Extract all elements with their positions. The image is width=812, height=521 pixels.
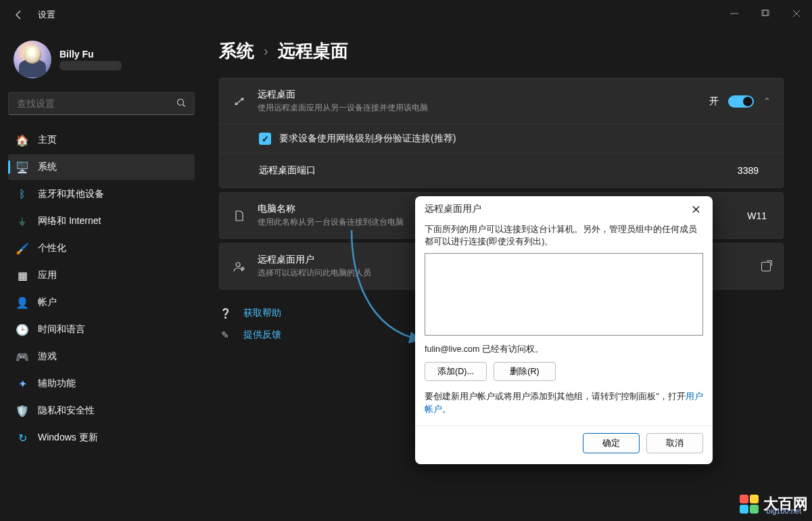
users-icon <box>232 260 247 273</box>
nav-label: 游戏 <box>38 350 57 363</box>
maximize-button[interactable] <box>750 0 781 27</box>
user-email <box>59 61 122 70</box>
nav-label: 主页 <box>38 134 57 146</box>
titlebar: 设置 <box>0 0 812 30</box>
nav-apps[interactable]: ▦应用 <box>8 263 195 288</box>
search-input[interactable] <box>17 98 176 109</box>
dialog-header: 远程桌面用户 <box>415 196 713 221</box>
remote-desktop-toggle[interactable] <box>728 95 754 108</box>
nla-row[interactable]: ✓ 要求设备使用网络级别身份验证连接(推荐) <box>220 124 783 153</box>
help-icon: ❔ <box>219 308 231 319</box>
port-label: 远程桌面端口 <box>259 164 738 177</box>
nav-accounts[interactable]: 👤帐户 <box>8 290 195 315</box>
nav-label: Windows 更新 <box>38 432 98 444</box>
watermark-sub: big100.net <box>767 507 801 515</box>
user-name: Billy Fu <box>59 49 122 60</box>
nav-label: 蓝牙和其他设备 <box>38 188 104 200</box>
clock-icon: 🕒 <box>16 323 28 336</box>
nav-label: 网络和 Internet <box>38 215 101 227</box>
search-box[interactable] <box>8 92 195 115</box>
nav-label: 应用 <box>38 269 57 281</box>
file-icon <box>232 210 247 222</box>
nav-home[interactable]: 🏠主页 <box>8 127 195 153</box>
update-icon: ↻ <box>16 432 28 444</box>
nav-label: 隐私和安全性 <box>38 405 95 417</box>
nav-update[interactable]: ↻Windows 更新 <box>8 425 195 451</box>
link-text[interactable]: 提供反馈 <box>243 329 281 341</box>
note-prefix: 要创建新用户帐户或将用户添加到其他组，请转到"控制面板"，打开 <box>425 392 686 401</box>
port-row: 远程桌面端口 3389 <box>220 153 783 187</box>
svg-rect-1 <box>763 10 769 16</box>
back-button[interactable] <box>5 1 32 28</box>
ok-button[interactable]: 确定 <box>583 433 640 453</box>
pc-name-value: W11 <box>747 210 767 221</box>
shield-icon: 🛡️ <box>16 405 28 417</box>
sidebar: Billy Fu 🏠主页 🖥️系统 ᛒ蓝牙和其他设备 ⏚网络和 Internet… <box>0 30 203 521</box>
nla-checkbox[interactable]: ✓ <box>259 133 271 145</box>
remove-user-button[interactable]: 删除(R) <box>494 362 556 381</box>
breadcrumb-current: 远程桌面 <box>278 39 348 63</box>
port-value: 3389 <box>738 165 759 176</box>
nav-label: 个性化 <box>38 242 66 254</box>
remote-icon <box>232 95 247 108</box>
close-button[interactable] <box>781 0 812 27</box>
nav-label: 系统 <box>38 161 57 173</box>
nav-privacy[interactable]: 🛡️隐私和安全性 <box>8 398 195 424</box>
avatar <box>14 41 51 78</box>
wifi-icon: ⏚ <box>16 215 28 227</box>
nav-label: 辅助功能 <box>38 378 76 390</box>
remote-users-dialog: 远程桌面用户 下面所列的用户可以连接到这台计算机。另外，管理员组中的任何成员都可… <box>415 196 713 464</box>
brush-icon: 🖌️ <box>16 242 28 254</box>
external-link-icon <box>761 262 771 271</box>
game-icon: 🎮 <box>16 350 28 363</box>
nav-accessibility[interactable]: ✦辅助功能 <box>8 371 195 397</box>
chevron-up-icon[interactable]: ⌃ <box>763 96 771 106</box>
control-panel-note: 要创建新用户帐户或将用户添加到其他组，请转到"控制面板"，打开用户帐户。 <box>425 390 703 416</box>
breadcrumb-parent[interactable]: 系统 <box>219 39 254 63</box>
chevron-right-icon: › <box>264 43 268 59</box>
nav-gaming[interactable]: 🎮游戏 <box>8 344 195 369</box>
svg-rect-0 <box>762 10 767 16</box>
user-list[interactable] <box>425 253 703 336</box>
bluetooth-icon: ᛒ <box>16 188 28 200</box>
nav-label: 帐户 <box>38 296 57 309</box>
dialog-description: 下面所列的用户可以连接到这台计算机。另外，管理员组中的任何成员都可以进行连接(即… <box>425 223 703 248</box>
add-user-button[interactable]: 添加(D)... <box>425 362 487 381</box>
svg-point-3 <box>236 263 240 267</box>
close-icon <box>692 206 700 213</box>
watermark: 大百网 big100.net <box>739 494 808 514</box>
window-title: 设置 <box>38 9 55 21</box>
toggle-label: 开 <box>709 95 719 108</box>
remote-desktop-row[interactable]: 远程桌面 使用远程桌面应用从另一设备连接并使用该电脑 开 ⌃ <box>220 78 783 124</box>
nav-label: 时间和语言 <box>38 323 85 336</box>
dialog-close-button[interactable] <box>688 202 703 217</box>
row-subtitle: 使用远程桌面应用从另一设备连接并使用该电脑 <box>258 102 698 114</box>
nav-personalization[interactable]: 🖌️个性化 <box>8 235 195 261</box>
nav-network[interactable]: ⏚网络和 Internet <box>8 208 195 234</box>
window-controls <box>719 0 812 27</box>
nav-time-language[interactable]: 🕒时间和语言 <box>8 317 195 342</box>
link-text[interactable]: 获取帮助 <box>243 307 281 319</box>
remote-desktop-card: 远程桌面 使用远程桌面应用从另一设备连接并使用该电脑 开 ⌃ ✓ 要求设备使用网… <box>219 78 784 188</box>
minimize-button[interactable] <box>719 0 750 27</box>
svg-point-2 <box>178 99 184 105</box>
arrow-left-icon <box>14 9 24 20</box>
nla-label: 要求设备使用网络级别身份验证连接(推荐) <box>279 133 456 145</box>
feedback-icon: ✎ <box>219 330 231 340</box>
cancel-button[interactable]: 取消 <box>646 433 703 453</box>
nav-list: 🏠主页 🖥️系统 ᛒ蓝牙和其他设备 ⏚网络和 Internet 🖌️个性化 ▦应… <box>8 127 195 451</box>
access-note: fulin@live.com 已经有访问权。 <box>425 344 703 355</box>
user-block[interactable]: Billy Fu <box>8 35 195 89</box>
apps-icon: ▦ <box>16 269 28 281</box>
dialog-body: 下面所列的用户可以连接到这台计算机。另外，管理员组中的任何成员都可以进行连接(即… <box>415 221 713 426</box>
home-icon: 🏠 <box>16 134 28 146</box>
system-icon: 🖥️ <box>16 161 28 173</box>
breadcrumb: 系统 › 远程桌面 <box>219 39 784 63</box>
search-icon <box>176 98 186 110</box>
note-suffix: 。 <box>442 405 451 414</box>
nav-system[interactable]: 🖥️系统 <box>8 154 195 180</box>
person-icon: 👤 <box>16 296 28 309</box>
dialog-footer: 确定 取消 <box>415 426 713 464</box>
row-title: 远程桌面 <box>258 89 698 101</box>
nav-bluetooth[interactable]: ᛒ蓝牙和其他设备 <box>8 181 195 207</box>
